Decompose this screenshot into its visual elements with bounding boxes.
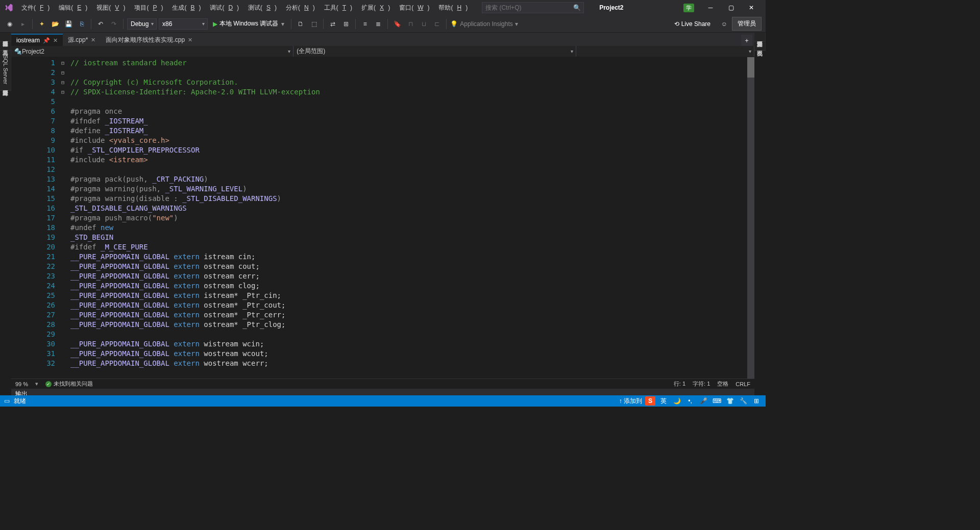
undo-icon[interactable]: ↶ [95, 18, 106, 30]
menu-item[interactable]: 调试(D) [206, 2, 243, 14]
scroll-thumb[interactable] [747, 57, 754, 78]
issues-status[interactable]: ✓未找到相关问题 [45, 380, 93, 388]
menu-item[interactable]: 帮助(H) [434, 2, 472, 14]
open-icon[interactable]: 📂 [50, 18, 61, 30]
nav-fwd-icon[interactable]: ▸ [17, 18, 29, 30]
status-bluebar: ▭ 就绪 ↑ 添加到 S 英 🌙 •, 🎤 ⌨ 👕 🔧 ⊞ [0, 395, 766, 407]
tool-icon[interactable]: ⊏ [431, 18, 443, 30]
project-name: Project2 [599, 4, 623, 11]
menu-item[interactable]: 工具(T) [320, 2, 356, 14]
ime-lang-icon[interactable]: 英 [658, 396, 669, 406]
main-menu: 文件(F)编辑(E)视图(V)项目(P)生成(B)调试(D)测试(S)分析(N)… [17, 2, 472, 14]
tool-icon[interactable]: ≡ [359, 18, 371, 30]
toolbar: ◉ ▸ ✦ 📂 💾 ⎘ ↶ ↷ Debug x86 ▶本地 Windows 调试… [0, 15, 766, 33]
insert-mode[interactable]: 空格 [717, 380, 728, 388]
ime-moon-icon[interactable]: 🌙 [672, 396, 682, 406]
tool-icon[interactable]: ⊔ [418, 18, 429, 30]
ime-skin-icon[interactable]: 👕 [725, 396, 735, 406]
fold-toggle[interactable]: ⊟ [58, 68, 67, 78]
nav-scope[interactable]: (全局范围) [293, 46, 576, 57]
tool-icon[interactable]: 🗋 [295, 18, 306, 30]
line-ending[interactable]: CRLF [736, 381, 750, 387]
dock-tab[interactable]: 服务器资源管理器 [0, 33, 11, 41]
live-share-button[interactable]: ⟲ Live Share [674, 20, 710, 28]
separator [32, 19, 33, 29]
start-debugger-button[interactable]: ▶本地 Windows 调试器▾ [210, 19, 287, 28]
close-tab-icon[interactable]: ✕ [91, 37, 95, 43]
search-input[interactable] [482, 2, 584, 13]
code-editor[interactable]: 1234567891011121314151617181920212223242… [11, 57, 754, 378]
search-box[interactable]: 🔍 [482, 2, 584, 13]
tool-icon[interactable]: ⇄ [327, 18, 338, 30]
menu-item[interactable]: 项目(P) [130, 2, 167, 14]
maximize-button[interactable]: ▢ [721, 0, 741, 15]
app-insights-button[interactable]: 💡 Application Insights ▾ [450, 20, 518, 28]
line-number[interactable]: 行: 1 [674, 380, 685, 388]
tasks-icon[interactable]: ▭ [4, 397, 10, 405]
vs-logo-icon [4, 3, 13, 12]
nav-project[interactable]: 🔩 Project2 [11, 46, 293, 57]
pin-icon[interactable]: 📌 [43, 37, 50, 44]
ime-tool-icon[interactable]: 🔧 [738, 396, 748, 406]
bookmark-icon[interactable]: 🔖 [391, 18, 403, 30]
menu-item[interactable]: 分析(N) [282, 2, 319, 14]
scrollbar-vertical[interactable] [747, 57, 754, 378]
code-area[interactable]: // iostream standard header// Copyright … [67, 57, 747, 378]
nav-back-icon[interactable]: ◉ [4, 18, 15, 30]
menu-item[interactable]: 生成(B) [168, 2, 205, 14]
redo-icon[interactable]: ↷ [108, 18, 119, 30]
platform-dropdown[interactable]: x86 [159, 18, 208, 30]
account-badge[interactable]: 学 [683, 4, 694, 12]
minimize-button[interactable]: ─ [700, 0, 721, 15]
right-dock: 解决方案资源管理器类视图 [754, 33, 766, 51]
menu-item[interactable]: 编辑(E) [55, 2, 91, 14]
fold-toggle[interactable]: ⊟ [58, 58, 67, 68]
ime-grid-icon[interactable]: ⊞ [751, 396, 762, 406]
menu-item[interactable]: 视图(V) [92, 2, 129, 14]
separator [123, 19, 124, 29]
close-tab-icon[interactable]: ✕ [53, 37, 58, 44]
config-dropdown[interactable]: Debug [127, 18, 157, 30]
char-number[interactable]: 字符: 1 [693, 380, 710, 388]
nav-member[interactable] [576, 46, 754, 57]
separator [387, 19, 388, 29]
dock-tab[interactable]: 类视图 [754, 42, 765, 50]
ime-keyboard-icon[interactable]: ⌨ [712, 396, 722, 406]
ime-punct-icon[interactable]: •, [685, 396, 695, 406]
search-icon[interactable]: 🔍 [573, 4, 581, 11]
new-item-icon[interactable]: ✦ [36, 18, 47, 30]
save-all-icon[interactable]: ⎘ [76, 18, 87, 30]
editor-tab[interactable]: 源.cpp*✕ [63, 34, 101, 46]
save-icon[interactable]: 💾 [63, 18, 74, 30]
admin-button[interactable]: 管理员 [732, 17, 762, 31]
feedback-icon[interactable]: ☺ [719, 18, 730, 30]
editor-tab[interactable]: iostream📌✕ [11, 34, 63, 46]
tool-icon[interactable]: ⬚ [308, 18, 320, 30]
menu-item[interactable]: 扩展(X) [357, 2, 394, 14]
separator [91, 19, 91, 29]
line-numbers: 1234567891011121314151617181920212223242… [11, 57, 58, 378]
tool-icon[interactable]: ⊓ [405, 18, 416, 30]
editor-tab[interactable]: 面向对象顺序线性表实现.cpp✕ [101, 34, 198, 46]
tool-icon[interactable]: ⊞ [340, 18, 352, 30]
close-button[interactable]: ✕ [741, 0, 762, 15]
menu-item[interactable]: 文件(F) [17, 2, 54, 14]
tool-icon[interactable]: ≣ [373, 18, 384, 30]
separator [323, 19, 324, 29]
fold-column[interactable]: ⊟⊟⊟⊟ [58, 57, 67, 378]
new-tab-button[interactable]: ＋ [741, 35, 752, 46]
editor-statusbar: 99 %▾ ✓未找到相关问题 行: 1 字符: 1 空格 CRLF [11, 378, 754, 389]
close-tab-icon[interactable]: ✕ [188, 37, 192, 43]
dock-tab[interactable]: 解决方案资源管理器 [754, 33, 765, 41]
ime-sogou-icon[interactable]: S [645, 396, 655, 406]
dock-tab[interactable]: 工具箱 [0, 42, 11, 50]
dock-tab[interactable]: SQL Server 对象资源管理器 [0, 51, 11, 90]
separator [446, 19, 447, 29]
add-to-source-control[interactable]: ↑ 添加到 [619, 397, 642, 406]
fold-toggle[interactable]: ⊟ [58, 78, 67, 87]
menu-item[interactable]: 窗口(W) [395, 2, 433, 14]
fold-toggle[interactable]: ⊟ [58, 87, 67, 97]
ime-mic-icon[interactable]: 🎤 [698, 396, 708, 406]
menu-item[interactable]: 测试(S) [244, 2, 281, 14]
zoom-level[interactable]: 99 % [15, 381, 28, 387]
